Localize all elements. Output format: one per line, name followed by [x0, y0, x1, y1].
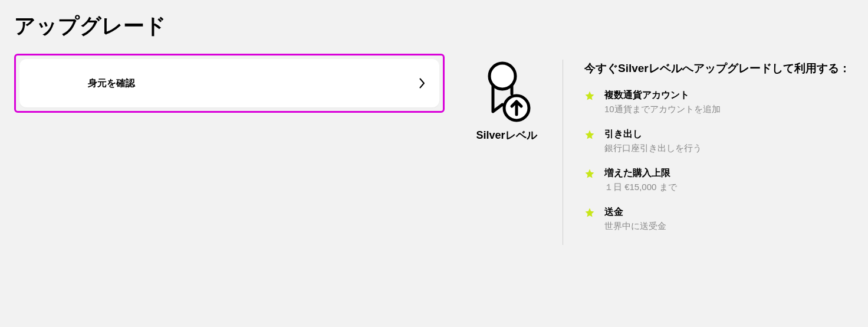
- feature-title: 引き出し: [604, 128, 702, 140]
- features-heading: 今すぐSilverレベルへアップグレードして利用する：: [584, 60, 854, 77]
- verify-identity-button[interactable]: 身元を確認: [19, 59, 439, 107]
- feature-desc: 銀行口座引き出しを行う: [604, 143, 702, 154]
- feature-text: 複数通貨アカウント 10通貨までアカウントを追加: [604, 89, 721, 115]
- features-block: 今すぐSilverレベルへアップグレードして利用する： 複数通貨アカウント 10…: [584, 60, 854, 245]
- feature-item: 送金 世界中に送受金: [584, 206, 854, 232]
- verify-card-highlight: 身元を確認: [14, 54, 445, 113]
- feature-title: 複数通貨アカウント: [604, 89, 721, 102]
- verify-identity-label: 身元を確認: [88, 77, 135, 90]
- star-icon: [584, 129, 595, 140]
- star-icon: [584, 90, 595, 101]
- chevron-right-icon: [419, 78, 425, 89]
- silver-badge-icon: [480, 60, 533, 125]
- feature-title: 送金: [604, 206, 666, 218]
- vertical-divider: [563, 60, 563, 245]
- feature-text: 送金 世界中に送受金: [604, 206, 666, 232]
- feature-item: 引き出し 銀行口座引き出しを行う: [584, 128, 854, 154]
- feature-text: 増えた購入上限 １日 €15,000 まで: [604, 167, 677, 193]
- feature-item: 増えた購入上限 １日 €15,000 まで: [584, 167, 854, 193]
- right-column: Silverレベル 今すぐSilverレベルへアップグレードして利用する： 複数…: [468, 54, 854, 245]
- feature-title: 増えた購入上限: [604, 167, 677, 179]
- left-column: 身元を確認: [14, 54, 445, 245]
- page-title: アップグレード: [14, 12, 854, 41]
- star-icon: [584, 207, 595, 218]
- feature-desc: 世界中に送受金: [604, 221, 666, 232]
- level-badge-label: Silverレベル: [476, 128, 537, 142]
- feature-text: 引き出し 銀行口座引き出しを行う: [604, 128, 702, 154]
- feature-desc: 10通貨までアカウントを追加: [604, 104, 721, 115]
- content-row: 身元を確認 Silverレベル 今すぐSilverレベルへアップグレードして利用…: [14, 54, 854, 245]
- feature-desc: １日 €15,000 まで: [604, 182, 677, 193]
- level-badge: Silverレベル: [468, 60, 545, 245]
- feature-item: 複数通貨アカウント 10通貨までアカウントを追加: [584, 89, 854, 115]
- star-icon: [584, 168, 595, 179]
